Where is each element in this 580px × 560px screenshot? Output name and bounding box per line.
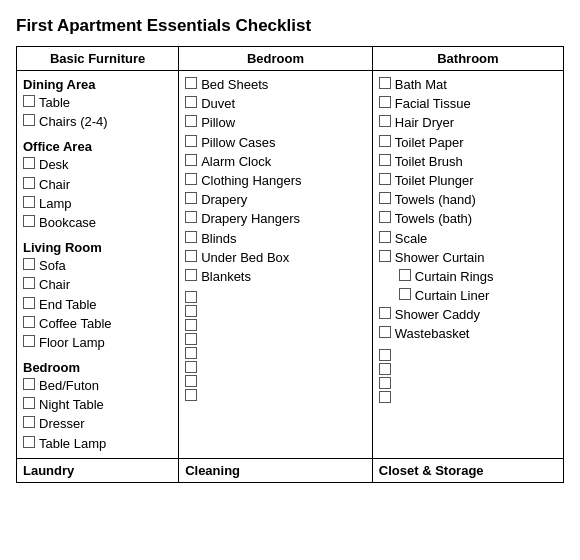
list-item-empty[interactable] (379, 376, 557, 389)
checkbox[interactable] (23, 196, 35, 208)
checkbox[interactable] (23, 258, 35, 270)
checkbox[interactable] (379, 363, 391, 375)
list-item[interactable]: Dresser (23, 415, 172, 433)
list-item[interactable]: Hair Dryer (379, 114, 557, 132)
checkbox[interactable] (379, 349, 391, 361)
list-item-empty[interactable] (379, 348, 557, 361)
checkbox[interactable] (185, 192, 197, 204)
checkbox[interactable] (23, 277, 35, 289)
list-item-empty[interactable] (185, 290, 366, 303)
checkbox[interactable] (185, 361, 197, 373)
list-item-empty[interactable] (185, 346, 366, 359)
list-item[interactable]: Shower Caddy (379, 306, 557, 324)
list-item-empty[interactable] (185, 388, 366, 401)
checkbox[interactable] (379, 135, 391, 147)
list-item[interactable]: Coffee Table (23, 315, 172, 333)
checkbox[interactable] (379, 250, 391, 262)
checkbox[interactable] (185, 173, 197, 185)
checkbox[interactable] (185, 96, 197, 108)
list-item[interactable]: Duvet (185, 95, 366, 113)
checkbox[interactable] (23, 114, 35, 126)
list-item[interactable]: Toilet Brush (379, 153, 557, 171)
checkbox[interactable] (185, 375, 197, 387)
checkbox[interactable] (379, 326, 391, 338)
list-item[interactable]: Drapery (185, 191, 366, 209)
list-item[interactable]: Bookcase (23, 214, 172, 232)
checkbox[interactable] (23, 397, 35, 409)
list-item-empty[interactable] (185, 304, 366, 317)
list-item-empty[interactable] (379, 390, 557, 403)
list-item[interactable]: Under Bed Box (185, 249, 366, 267)
checkbox[interactable] (185, 154, 197, 166)
list-item[interactable]: Clothing Hangers (185, 172, 366, 190)
list-item[interactable]: Bath Mat (379, 76, 557, 94)
list-item[interactable]: End Table (23, 296, 172, 314)
checkbox[interactable] (379, 192, 391, 204)
list-item[interactable]: Scale (379, 230, 557, 248)
checkbox[interactable] (23, 416, 35, 428)
checkbox[interactable] (379, 377, 391, 389)
checkbox[interactable] (185, 115, 197, 127)
checkbox[interactable] (379, 211, 391, 223)
checkbox[interactable] (379, 173, 391, 185)
checkbox[interactable] (379, 77, 391, 89)
list-item[interactable]: Blinds (185, 230, 366, 248)
list-item[interactable]: Desk (23, 156, 172, 174)
checkbox[interactable] (185, 389, 197, 401)
list-item[interactable]: Alarm Clock (185, 153, 366, 171)
list-item[interactable]: Towels (bath) (379, 210, 557, 228)
checkbox[interactable] (23, 378, 35, 390)
list-item[interactable]: Toilet Plunger (379, 172, 557, 190)
list-item-curtain-liner[interactable]: Curtain Liner (379, 287, 557, 305)
list-item[interactable]: Wastebasket (379, 325, 557, 343)
list-item[interactable]: Chairs (2-4) (23, 113, 172, 131)
list-item[interactable]: Bed/Futon (23, 377, 172, 395)
list-item[interactable]: Chair (23, 276, 172, 294)
checkbox[interactable] (185, 347, 197, 359)
list-item-empty[interactable] (185, 318, 366, 331)
checkbox[interactable] (185, 291, 197, 303)
list-item[interactable]: Pillow Cases (185, 134, 366, 152)
checkbox[interactable] (23, 177, 35, 189)
list-item-empty[interactable] (185, 360, 366, 373)
list-item[interactable]: Pillow (185, 114, 366, 132)
list-item-curtain-rings[interactable]: Curtain Rings (379, 268, 557, 286)
checkbox[interactable] (185, 333, 197, 345)
list-item-empty[interactable] (185, 332, 366, 345)
checkbox[interactable] (23, 297, 35, 309)
list-item[interactable]: Table Lamp (23, 435, 172, 453)
checkbox[interactable] (23, 316, 35, 328)
checkbox[interactable] (379, 154, 391, 166)
checkbox[interactable] (399, 269, 411, 281)
checkbox[interactable] (185, 211, 197, 223)
checkbox[interactable] (399, 288, 411, 300)
checkbox[interactable] (379, 115, 391, 127)
checkbox[interactable] (23, 157, 35, 169)
list-item[interactable]: Night Table (23, 396, 172, 414)
list-item-empty[interactable] (379, 362, 557, 375)
list-item[interactable]: Lamp (23, 195, 172, 213)
list-item-empty[interactable] (185, 374, 366, 387)
checkbox[interactable] (379, 391, 391, 403)
checkbox[interactable] (23, 215, 35, 227)
list-item[interactable]: Blankets (185, 268, 366, 286)
checkbox[interactable] (379, 307, 391, 319)
checkbox[interactable] (185, 231, 197, 243)
list-item-shower-curtain[interactable]: Shower Curtain (379, 249, 557, 267)
checkbox[interactable] (23, 335, 35, 347)
checkbox[interactable] (185, 305, 197, 317)
checkbox[interactable] (23, 436, 35, 448)
checkbox[interactable] (379, 96, 391, 108)
list-item[interactable]: Bed Sheets (185, 76, 366, 94)
list-item[interactable]: Drapery Hangers (185, 210, 366, 228)
checkbox[interactable] (23, 95, 35, 107)
checkbox[interactable] (379, 231, 391, 243)
list-item[interactable]: Facial Tissue (379, 95, 557, 113)
checkbox[interactable] (185, 77, 197, 89)
checkbox[interactable] (185, 319, 197, 331)
list-item[interactable]: Floor Lamp (23, 334, 172, 352)
checkbox[interactable] (185, 250, 197, 262)
list-item[interactable]: Toilet Paper (379, 134, 557, 152)
list-item[interactable]: Table (23, 94, 172, 112)
checkbox[interactable] (185, 135, 197, 147)
